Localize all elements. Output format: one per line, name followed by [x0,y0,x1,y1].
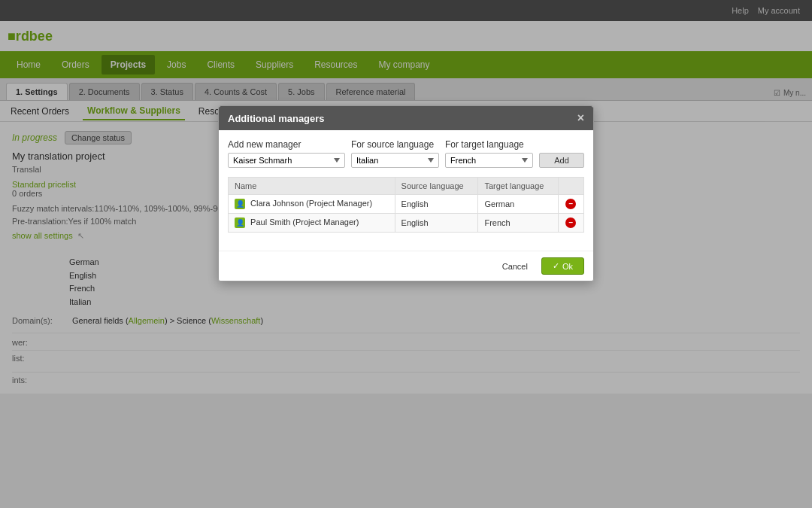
manager-remove-2: − [558,214,583,233]
manager-name-1: 👤 Clara Johnson (Project Manager) [229,195,395,214]
table-row: 👤 Paul Smith (Project Manager) English F… [229,214,584,233]
manager-target-1: German [478,195,558,214]
table-row: 👤 Clara Johnson (Project Manager) Englis… [229,195,584,214]
manager-remove-1: − [558,195,583,214]
add-new-manager-label: Add new manager [228,139,345,150]
modal-footer: Cancel ✓ Ok [219,251,593,281]
manager-dropdown[interactable]: Kaiser Schmarh Clara Johnson Paul Smith [228,153,345,168]
for-target-language-label: For target language [445,139,533,150]
person-icon-2: 👤 [235,217,245,228]
ok-check-icon: ✓ [553,261,559,271]
remove-manager-1-button[interactable]: − [565,199,576,209]
remove-manager-2-button[interactable]: − [565,217,576,228]
person-icon-1: 👤 [235,199,245,209]
ok-button[interactable]: ✓ Ok [541,257,584,275]
add-manager-labels: Add new manager For source language For … [228,139,584,150]
modal-title: Additional managers [228,113,325,124]
manager-target-2: French [478,214,558,233]
target-language-dropdown[interactable]: French English German Italian [445,153,533,168]
additional-managers-modal: Additional managers × Add new manager Fo… [218,105,594,281]
table-header-action [558,178,583,195]
ok-label: Ok [562,262,573,271]
modal-header: Additional managers × [219,106,593,130]
for-source-language-label: For source language [351,139,439,150]
manager-source-2: English [395,214,478,233]
manager-name-2: 👤 Paul Smith (Project Manager) [229,214,395,233]
source-language-dropdown[interactable]: Italian English German French [351,153,439,168]
table-header-target: Target language [478,178,558,195]
modal-close-button[interactable]: × [577,112,584,124]
add-manager-button[interactable]: Add [539,153,584,168]
cancel-button[interactable]: Cancel [495,257,535,275]
modal-body: Add new manager For source language For … [219,130,593,251]
table-header-source: Source language [395,178,478,195]
manager-source-1: English [395,195,478,214]
managers-table: Name Source language Target language 👤 C… [228,177,584,233]
modal-overlay: Additional managers × Add new manager Fo… [0,0,812,394]
spacer-label [539,139,584,150]
add-manager-inputs: Kaiser Schmarh Clara Johnson Paul Smith … [228,153,584,168]
table-header-name: Name [229,178,395,195]
add-manager-section: Add new manager For source language For … [228,139,584,168]
